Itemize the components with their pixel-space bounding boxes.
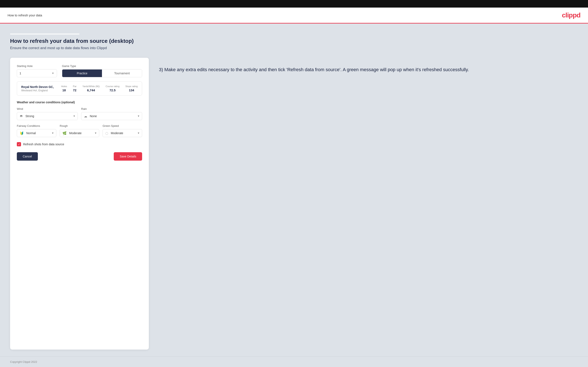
fairway-select[interactable]: Normal bbox=[26, 129, 56, 137]
green-speed-label: Green Speed bbox=[103, 124, 142, 127]
game-type-toggle: Practice Tournament bbox=[62, 69, 142, 77]
footer: Copyright Clippd 2022 bbox=[0, 356, 588, 367]
green-speed-select[interactable]: Moderate bbox=[110, 129, 142, 137]
fairway-group: Fairway Conditions 🔰 Normal ▼ bbox=[17, 124, 56, 137]
game-type-label: Game Type bbox=[62, 65, 142, 68]
green-speed-select-wrapper[interactable]: ◌ Moderate ▼ bbox=[103, 129, 142, 137]
fairway-select-wrapper[interactable]: 🔰 Normal ▼ bbox=[17, 129, 56, 137]
refresh-checkbox-row[interactable]: ✓ Refresh shots from data source bbox=[17, 142, 142, 146]
wind-group: Wind 🌧 Strong ▼ bbox=[17, 107, 78, 120]
starting-hole-select[interactable]: 1 bbox=[17, 69, 57, 77]
content-area: Starting Hole 1 ▼ Game Type Practice Tou… bbox=[10, 58, 578, 350]
fairway-icon: 🔰 bbox=[17, 131, 26, 135]
rain-group: Rain ☁ None ▼ bbox=[81, 107, 142, 120]
rain-label: Rain bbox=[81, 107, 142, 110]
yards-stat: Yards/White (M)) 6,744 bbox=[82, 85, 100, 92]
rough-group: Rough 🌿 Moderate ▼ bbox=[60, 124, 99, 137]
header-title: How to refresh your data bbox=[8, 13, 42, 17]
wind-rain-row: Wind 🌧 Strong ▼ Rain ☁ None bbox=[17, 107, 142, 120]
page-heading: How to refresh your data from source (de… bbox=[10, 38, 578, 44]
course-location: Westward Ho!, England bbox=[21, 89, 54, 92]
course-card: Royal North Devon GC, Westward Ho!, Engl… bbox=[17, 82, 142, 96]
par-value: 72 bbox=[73, 88, 77, 92]
rain-select[interactable]: None bbox=[89, 112, 142, 120]
wind-icon: 🌧 bbox=[17, 114, 25, 118]
rain-select-wrapper[interactable]: ☁ None ▼ bbox=[81, 112, 142, 120]
top-bar bbox=[0, 0, 588, 8]
wind-select-wrapper[interactable]: 🌧 Strong ▼ bbox=[17, 112, 78, 120]
practice-button[interactable]: Practice bbox=[62, 69, 102, 77]
fairway-label: Fairway Conditions bbox=[17, 124, 56, 127]
course-rating-stat: Course rating 72.5 bbox=[105, 85, 119, 92]
form-panel: Starting Hole 1 ▼ Game Type Practice Tou… bbox=[10, 58, 149, 350]
yards-value: 6,744 bbox=[87, 88, 95, 92]
page-subheading: Ensure the correct and most up to date d… bbox=[10, 46, 578, 50]
tournament-button[interactable]: Tournament bbox=[102, 69, 142, 77]
checkmark-icon: ✓ bbox=[18, 143, 20, 146]
cancel-button[interactable]: Cancel bbox=[17, 152, 38, 161]
course-info: Royal North Devon GC, Westward Ho!, Engl… bbox=[21, 85, 54, 92]
header: How to refresh your data clippd bbox=[0, 8, 588, 24]
holes-label: Holes bbox=[61, 85, 67, 88]
rain-icon: ☁ bbox=[81, 114, 89, 118]
starting-hole-select-wrapper[interactable]: 1 ▼ bbox=[17, 69, 57, 77]
logo: clippd bbox=[562, 11, 580, 19]
description-text: 3) Make any extra edits necessary to the… bbox=[159, 66, 578, 73]
refresh-checkbox-label: Refresh shots from data source bbox=[23, 142, 64, 146]
course-rating-value: 72.5 bbox=[110, 88, 116, 92]
starting-hole-label: Starting Hole bbox=[17, 65, 57, 68]
conditions-title: Weather and course conditions (optional) bbox=[17, 100, 142, 104]
slope-rating-label: Slope rating bbox=[125, 85, 138, 88]
top-form-row: Starting Hole 1 ▼ Game Type Practice Tou… bbox=[17, 65, 142, 77]
starting-hole-group: Starting Hole 1 ▼ bbox=[17, 65, 57, 77]
save-button[interactable]: Save Details bbox=[114, 152, 142, 161]
par-stat: Par 72 bbox=[73, 85, 77, 92]
wind-label: Wind bbox=[17, 107, 78, 110]
rough-label: Rough bbox=[60, 124, 99, 127]
course-stats: Holes 18 Par 72 Yards/White (M)) 6,744 C… bbox=[61, 85, 138, 92]
green-speed-group: Green Speed ◌ Moderate ▼ bbox=[103, 124, 142, 137]
slope-rating-stat: Slope rating 134 bbox=[125, 85, 138, 92]
rough-icon: 🌿 bbox=[60, 131, 68, 135]
wind-select[interactable]: Strong bbox=[25, 112, 78, 120]
side-description: 3) Make any extra edits necessary to the… bbox=[159, 58, 578, 350]
footer-copyright: Copyright Clippd 2022 bbox=[10, 360, 37, 363]
rough-select-wrapper[interactable]: 🌿 Moderate ▼ bbox=[60, 129, 99, 137]
holes-value: 18 bbox=[62, 88, 66, 92]
yards-label: Yards/White (M)) bbox=[82, 85, 100, 88]
course-rating-label: Course rating bbox=[105, 85, 119, 88]
main-content: How to refresh your data from source (de… bbox=[0, 24, 588, 356]
par-label: Par bbox=[73, 85, 77, 88]
green-speed-icon: ◌ bbox=[103, 131, 110, 135]
refresh-checkbox[interactable]: ✓ bbox=[17, 142, 21, 146]
game-type-group: Game Type Practice Tournament bbox=[62, 65, 142, 77]
partial-bar bbox=[10, 33, 79, 34]
form-actions: Cancel Save Details bbox=[17, 152, 142, 161]
rough-select[interactable]: Moderate bbox=[68, 129, 99, 137]
conditions-bottom-row: Fairway Conditions 🔰 Normal ▼ Rough 🌿 bbox=[17, 124, 142, 137]
slope-rating-value: 134 bbox=[129, 88, 134, 92]
course-name: Royal North Devon GC, bbox=[21, 85, 54, 89]
holes-stat: Holes 18 bbox=[61, 85, 67, 92]
